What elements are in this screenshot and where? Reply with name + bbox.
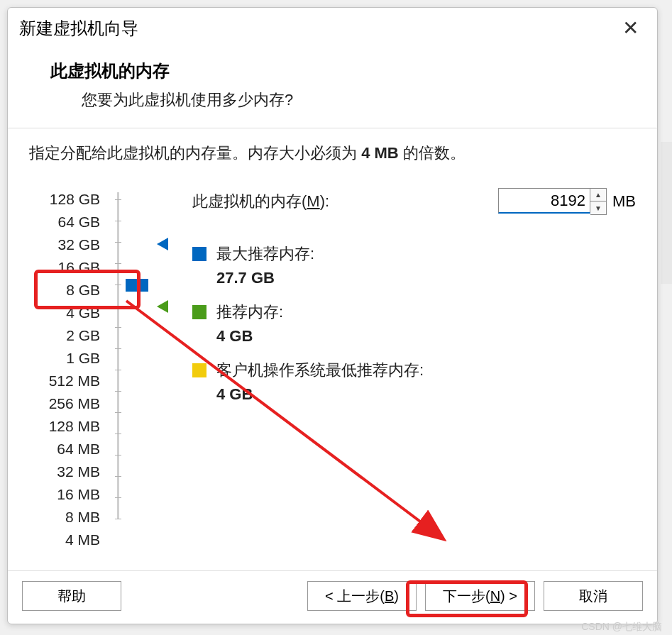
tick-label: 16 MB [29, 483, 100, 506]
memory-right-column: 此虚拟机的内存(M): ▲ ▼ MB 最大推荐内存: 27.7 GB [185, 188, 636, 418]
page-subtitle: 您要为此虚拟机使用多少内存? [82, 89, 629, 111]
tick-label: 8 MB [29, 506, 100, 529]
tick-label: 2 GB [29, 324, 100, 347]
tick-label: 4 MB [29, 529, 100, 551]
spin-down-icon[interactable]: ▼ [590, 201, 606, 214]
tick-label: 8 GB [29, 279, 100, 302]
spin-up-icon[interactable]: ▲ [590, 189, 606, 201]
legend-max-value: 27.7 GB [216, 269, 636, 287]
memory-tick-labels: 128 GB 64 GB 32 GB 16 GB 8 GB 4 GB 2 GB … [29, 188, 100, 551]
square-green-icon [192, 305, 206, 319]
tick-label: 1 GB [29, 347, 100, 370]
tick-label: 4 GB [29, 302, 100, 324]
marker-max-icon [157, 238, 168, 250]
tick-label: 32 MB [29, 460, 100, 483]
legend-min-value: 4 GB [216, 385, 636, 404]
legend-max-label: 最大推荐内存: [216, 243, 314, 265]
slider-track [117, 192, 119, 519]
tick-label: 32 GB [29, 233, 100, 256]
memory-unit: MB [612, 192, 636, 211]
tick-label: 64 MB [29, 438, 100, 460]
legend-min: 客户机操作系统最低推荐内存: [192, 360, 636, 381]
legend-rec: 推荐内存: [192, 302, 636, 323]
memory-input-row: 此虚拟机的内存(M): ▲ ▼ MB [192, 188, 636, 215]
wizard-footer: 帮助 < 上一步(B) 下一步(N) > 取消 [8, 570, 657, 624]
memory-input-wrap: ▲ ▼ MB [498, 188, 636, 215]
tick-label: 128 MB [29, 415, 100, 438]
titlebar: 新建虚拟机向导 ✕ [8, 8, 657, 48]
instruction-text: 指定分配给此虚拟机的内存量。内存大小必须为 4 MB 的倍数。 [29, 143, 636, 164]
watermark: CSDN @七维大脑 [581, 621, 662, 634]
square-blue-icon [192, 247, 206, 261]
tick-label: 256 MB [29, 392, 100, 415]
cancel-button[interactable]: 取消 [544, 581, 643, 611]
memory-input-label: 此虚拟机的内存(M): [192, 191, 329, 212]
marker-rec-icon [157, 300, 168, 313]
wizard-body: 指定分配给此虚拟机的内存量。内存大小必须为 4 MB 的倍数。 128 GB 6… [8, 128, 657, 570]
back-button[interactable]: < 上一步(B) [307, 581, 417, 611]
legend-min-label: 客户机操作系统最低推荐内存: [216, 360, 424, 381]
legend-rec-label: 推荐内存: [216, 302, 283, 323]
legend-rec-value: 4 GB [216, 327, 636, 346]
close-icon[interactable]: ✕ [615, 13, 646, 43]
wizard-dialog: 新建虚拟机向导 ✕ 此虚拟机的内存 您要为此虚拟机使用多少内存? 指定分配给此虚… [7, 7, 658, 624]
page-title: 此虚拟机的内存 [50, 60, 629, 82]
legend-max: 最大推荐内存: [192, 243, 636, 265]
window-title: 新建虚拟机向导 [19, 17, 138, 40]
tick-label: 128 GB [29, 188, 100, 211]
tick-label: 512 MB [29, 370, 100, 392]
slider-thumb[interactable] [126, 279, 148, 292]
memory-slider[interactable] [100, 188, 185, 529]
help-button[interactable]: 帮助 [22, 581, 121, 611]
memory-input[interactable] [498, 188, 590, 214]
tick-label: 64 GB [29, 211, 100, 233]
wizard-header: 此虚拟机的内存 您要为此虚拟机使用多少内存? [8, 48, 657, 128]
memory-area: 128 GB 64 GB 32 GB 16 GB 8 GB 4 GB 2 GB … [29, 188, 636, 551]
next-button[interactable]: 下一步(N) > [425, 581, 535, 611]
tick-label: 16 GB [29, 256, 100, 279]
background-strip [661, 142, 672, 284]
memory-spinner: ▲ ▼ [590, 188, 607, 215]
square-yellow-icon [192, 363, 206, 377]
